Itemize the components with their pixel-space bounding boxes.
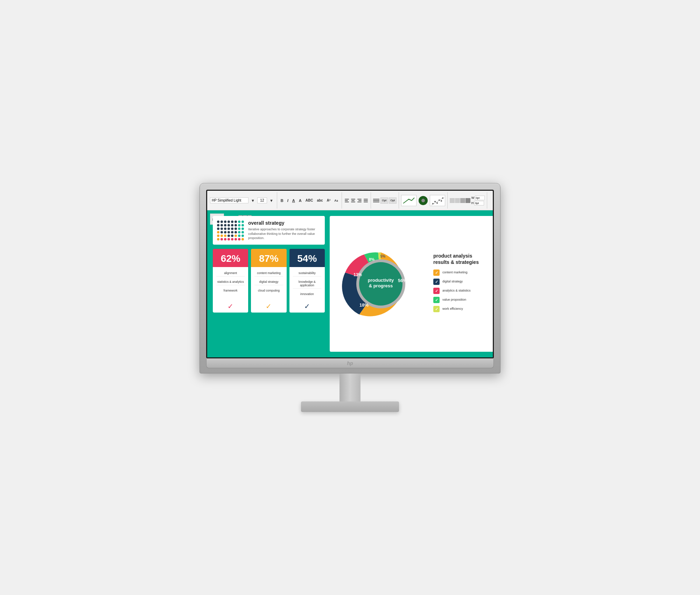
kpi-row: 62% alignment statistics & analytics fra… <box>213 249 325 313</box>
dot <box>241 231 244 233</box>
align-justify-icon[interactable] <box>363 198 369 203</box>
kpi-percent-2: 87% <box>254 253 283 264</box>
list-icon[interactable] <box>373 199 379 202</box>
dot <box>217 227 219 230</box>
bold-button[interactable]: B <box>279 198 285 203</box>
dot <box>238 224 240 226</box>
monitor-stand-neck <box>340 373 360 401</box>
kpi-item-innovation: innovation <box>293 291 321 297</box>
donut-center-text-2: & progress <box>369 283 393 288</box>
dot <box>238 227 240 230</box>
width-input[interactable] <box>475 196 485 200</box>
dot-col-4 <box>227 220 230 240</box>
underline-button[interactable]: A <box>291 198 296 203</box>
kpi-card-1: 62% alignment statistics & analytics fra… <box>213 249 248 313</box>
left-panel: overall strategy Iterative approaches to… <box>213 216 325 352</box>
dot <box>220 234 223 237</box>
layout-icon-2[interactable] <box>455 198 460 203</box>
strategy-card: overall strategy Iterative approaches to… <box>213 216 325 245</box>
align-center-icon[interactable] <box>350 198 356 203</box>
dot-col-2 <box>220 220 223 240</box>
dot <box>241 234 244 237</box>
dot <box>238 234 240 237</box>
kpi-header-3: 54% <box>289 249 325 267</box>
dot <box>220 220 223 223</box>
kpi-body-2: content marketing digital strategy cloud… <box>251 267 286 300</box>
dot <box>224 231 226 233</box>
list-opt2-btn[interactable]: Opt <box>389 197 397 204</box>
strategy-text: overall strategy Iterative approaches to… <box>248 220 321 240</box>
label-8: 8% <box>369 257 374 261</box>
dot <box>224 227 226 230</box>
donut-chart-container: productivity & progress 56% 18% 13% 8% 5… <box>335 222 426 346</box>
legend-label-analytics: analytics & statistics <box>442 289 471 293</box>
dot-col-5 <box>231 220 233 240</box>
layout-icon-4[interactable] <box>465 198 470 203</box>
height-input[interactable] <box>474 201 484 205</box>
dot <box>241 238 244 240</box>
align-right-icon[interactable] <box>357 198 362 203</box>
dot <box>241 220 244 223</box>
content-area: overall strategy Iterative approaches to… <box>207 210 493 357</box>
dot-col-6 <box>234 220 237 240</box>
dot-chart <box>217 220 244 240</box>
donut-chart-icon[interactable] <box>418 195 429 206</box>
dot-col-3 <box>224 220 226 240</box>
layout-icons <box>450 198 470 203</box>
dot <box>241 227 244 230</box>
strategy-title: overall strategy <box>248 220 321 226</box>
kpi-check-3: ✓ <box>289 300 325 313</box>
kpi-body-1: alignment statistics & analytics framewo… <box>213 267 248 300</box>
kpi-card-3: 54% sustainability knowledge & applicati… <box>289 249 325 313</box>
legend-check-digital: ✓ <box>433 279 440 285</box>
layout-icon-3[interactable] <box>460 198 465 203</box>
kpi-percent-1: 62% <box>216 253 245 264</box>
format-group: B I A A ABC abc A² A₂ <box>279 192 342 209</box>
subscript-button[interactable]: A₂ <box>333 198 340 203</box>
layout-icon-1[interactable] <box>450 198 455 203</box>
dot <box>224 234 226 237</box>
kpi-body-3: sustainability knowledge & application i… <box>289 267 325 300</box>
uppercase-button[interactable]: A <box>298 198 303 203</box>
font-group: ▼ ▼ <box>210 192 277 209</box>
abc-button[interactable]: ABC <box>304 198 315 203</box>
kpi-card-2: 87% content marketing digital strategy c… <box>251 249 286 313</box>
legend-check-analytics: ✓ <box>433 288 440 294</box>
abc-lower-button[interactable]: abc <box>315 198 324 203</box>
align-left-icon[interactable] <box>344 198 350 203</box>
kpi-header-2: 87% <box>251 249 286 267</box>
italic-button[interactable]: I <box>286 198 290 203</box>
scatter-chart-icon[interactable] <box>430 195 445 206</box>
check-icon-3: ✓ <box>304 302 310 310</box>
svg-point-2 <box>436 202 438 204</box>
font-size-dropdown-btn[interactable]: ▼ <box>268 198 275 203</box>
svg-point-1 <box>434 201 436 202</box>
superscript-button[interactable]: A² <box>326 198 332 203</box>
legend-item-work: ✓ work efficiency <box>433 306 489 312</box>
dot <box>217 234 219 237</box>
dot <box>217 224 219 226</box>
h-label: H <box>471 201 474 205</box>
dot <box>227 227 230 230</box>
toolbar: ▼ ▼ B I A A ABC abc A² A₂ <box>207 191 493 210</box>
font-dropdown-btn[interactable]: ▼ <box>250 198 256 203</box>
list-opt1-btn[interactable]: Opt <box>380 197 388 204</box>
dot <box>241 224 244 226</box>
label-5: 5% <box>380 254 386 258</box>
dot <box>238 231 240 233</box>
legend-check-content: ✓ <box>433 270 440 276</box>
legend-label-work: work efficiency <box>442 307 463 311</box>
screen: ▼ ▼ B I A A ABC abc A² A₂ <box>207 191 493 357</box>
monitor-chin: hp <box>206 358 494 368</box>
chart-group <box>401 192 448 209</box>
font-size-input[interactable] <box>257 197 267 203</box>
donut-svg: productivity & progress 56% 18% 13% 8% 5… <box>335 238 426 329</box>
hp-logo: hp <box>347 360 353 366</box>
legend-label-digital: digital strategy <box>442 280 463 284</box>
svg-point-4 <box>441 200 442 202</box>
kpi-header-1: 62% <box>213 249 248 267</box>
dot <box>217 238 219 240</box>
dot <box>234 227 237 230</box>
line-chart-icon[interactable] <box>401 195 416 206</box>
font-select[interactable] <box>210 197 248 203</box>
